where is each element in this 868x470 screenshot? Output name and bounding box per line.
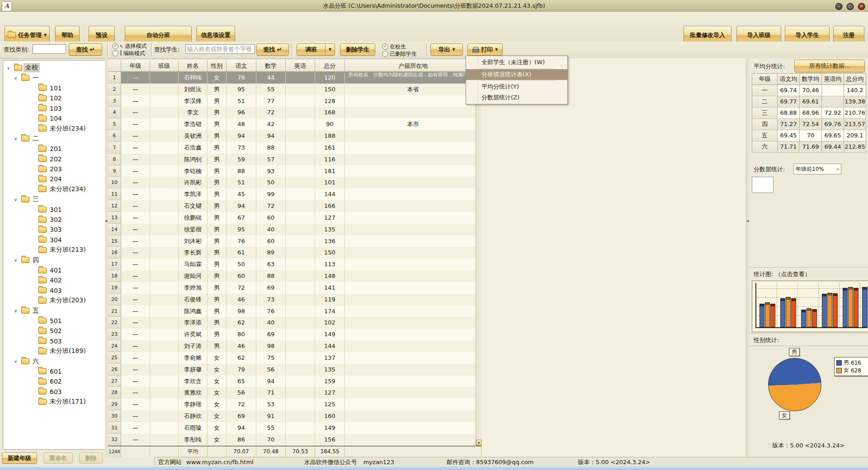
table-row[interactable]: 17—马灿霖男5063113 — [108, 258, 481, 270]
tree-item[interactable]: 202 — [3, 154, 105, 164]
tree-item[interactable]: 304 — [3, 235, 105, 245]
sidebar-disabled-button[interactable]: 删除 — [79, 452, 103, 464]
gender-pie-chart[interactable] — [768, 358, 821, 411]
table-row[interactable]: 10—许凯彬男5150101 — [108, 177, 481, 188]
table-row[interactable]: 15—刘沐彬男7660136 — [108, 235, 481, 247]
table-row[interactable]: 13—徐鹏锐男6760127 — [108, 212, 481, 224]
tree-item[interactable]: 403 — [3, 286, 105, 296]
all-stats-button[interactable]: 所有统计数据... — [794, 60, 865, 72]
tree-item[interactable]: 未分班(171) — [3, 397, 105, 407]
table-row[interactable]: 16—李长辉男6189150 — [108, 247, 481, 258]
expand-arrow-icon[interactable]: ∨ — [7, 66, 14, 70]
find-category-button[interactable]: 查找 ↵ — [69, 43, 102, 56]
tree-item[interactable]: ∨三 — [3, 194, 105, 204]
table-row[interactable]: 21—陈鸿鑫男9876174 — [108, 306, 481, 317]
tree-item[interactable]: 未分班(189) — [3, 346, 105, 356]
tree-item[interactable]: 301 — [3, 204, 105, 214]
tree-item[interactable]: 未分班(213) — [3, 245, 105, 255]
edit-mode-radio[interactable]: I 编辑模式 — [112, 50, 146, 57]
expand-arrow-icon[interactable]: ∨ — [14, 75, 21, 80]
close-button[interactable]: ✕ — [857, 2, 866, 11]
table-row[interactable]: 25—李俞烯女6275137 — [108, 352, 481, 364]
expand-arrow-icon[interactable]: ∨ — [14, 136, 21, 141]
tree-item[interactable]: 503 — [3, 336, 105, 346]
table-row[interactable]: 23—许奕斌男8069149 — [108, 329, 481, 340]
tree-item[interactable]: 502 — [3, 326, 105, 336]
table-vertical-scrollbar[interactable]: ▲ ▼ — [476, 72, 482, 446]
active-students-radio[interactable]: 在校生 — [382, 43, 417, 50]
table-row[interactable]: 5—李浩锴男484290本市 — [108, 118, 481, 130]
tree-item[interactable]: ∨一 — [3, 73, 105, 83]
table-row[interactable]: 4—李文男9672168 — [108, 107, 481, 118]
tree-item[interactable]: ∨四 — [3, 255, 105, 265]
tree-item[interactable]: 未分班(234) — [3, 123, 105, 133]
print-button[interactable]: 打印 ▼ — [467, 43, 503, 56]
table-row[interactable]: 20—石俊锋男4673119 — [108, 294, 481, 306]
tree-item[interactable]: 302 — [3, 215, 105, 225]
table-row[interactable]: 29—李静瑶女7253125 — [108, 399, 481, 410]
tree-item[interactable]: 603 — [3, 387, 105, 397]
table-row[interactable]: 18—谢灿河男6088148 — [108, 270, 481, 282]
table-row[interactable]: 26—李妍馨女7956135 — [108, 364, 481, 376]
tree-item[interactable]: 102 — [3, 93, 105, 103]
table-row[interactable]: 11—李凯泽男4599144 — [108, 188, 481, 200]
select-mode-radio[interactable]: ↖ 选择模式 — [112, 42, 146, 50]
table-row[interactable]: 2—刘煜沅男9555150本省 — [108, 84, 481, 95]
transfer-class-dropdown-button[interactable]: ▼ — [325, 43, 335, 56]
site-url[interactable]: www.myzan.cn/fb.html — [186, 459, 254, 465]
table-row[interactable]: 9—李铠楠男8893181 — [108, 165, 481, 177]
table-row[interactable]: 3—李淏烽男5177128 — [108, 95, 481, 107]
score-layer-select[interactable]: 年级前10% ∨ — [793, 164, 841, 174]
expand-arrow-icon[interactable]: ∨ — [14, 197, 21, 202]
transfer-class-button[interactable]: 调班 — [297, 43, 326, 56]
tree-item[interactable]: 101 — [3, 83, 105, 93]
delete-student-button[interactable]: 删除学生 — [340, 43, 375, 56]
tree-item[interactable]: 103 — [3, 103, 105, 113]
tree-item[interactable]: ∨五 — [3, 306, 105, 315]
table-row[interactable]: 7—石浩鑫男7388161 — [108, 142, 481, 154]
tree-item[interactable]: ∨二 — [3, 134, 105, 144]
table-row[interactable]: 30—石静欣女6991160 — [108, 410, 481, 422]
expand-arrow-icon[interactable]: ∨ — [14, 258, 21, 263]
find-category-input[interactable] — [33, 44, 66, 54]
tree-item[interactable]: 104 — [3, 113, 105, 123]
table-row[interactable]: 24—刘子涛男4698144 — [108, 340, 481, 352]
table-row[interactable]: 1—石梓纯女7644120所有姓名、分数均为随机虚拟生成，如有雷同，纯属巧合。 — [108, 72, 481, 84]
tree-item[interactable]: 204 — [3, 174, 105, 184]
table-row[interactable]: 31—石雨璇女9455149 — [108, 422, 481, 434]
tree-item[interactable]: 未分班(234) — [3, 184, 105, 194]
tree-item[interactable]: 402 — [3, 275, 105, 285]
tree-item[interactable]: 201 — [3, 144, 105, 154]
tree-item[interactable]: 602 — [3, 376, 105, 386]
find-student-input[interactable] — [185, 44, 255, 54]
tree-item[interactable]: ∨全校 — [3, 63, 105, 73]
table-row[interactable]: 14—徐坚楷男9540135 — [108, 224, 481, 235]
minimize-button[interactable]: – — [834, 2, 844, 11]
tree-item[interactable]: 203 — [3, 164, 105, 174]
email-address[interactable]: 85937609@qq.com — [476, 459, 534, 465]
table-row[interactable]: 19—李烨旭男7269141 — [108, 282, 481, 294]
tree-item[interactable]: 601 — [3, 367, 105, 376]
export-button[interactable]: 导出 ▼ — [430, 43, 463, 56]
tree-item[interactable]: 501 — [3, 316, 105, 326]
sidebar-new-grade-button[interactable]: 新建年级 — [2, 452, 37, 464]
table-row[interactable]: 28—黄雅欣女5671127 — [108, 387, 481, 399]
table-row[interactable]: 32—李彤纯女8670156 — [108, 434, 481, 446]
table-row[interactable]: 22—李泽添男6240102 — [108, 317, 481, 329]
scroll-down-icon[interactable]: ▼ — [476, 440, 481, 446]
find-student-button[interactable]: 查找 ↵ — [256, 43, 289, 56]
deleted-students-radio[interactable]: 已删除学生 — [382, 50, 417, 57]
expand-arrow-icon[interactable]: ∨ — [14, 359, 21, 364]
print-menu-item[interactable]: 分数层统计(Z) — [466, 92, 567, 103]
tree-item[interactable]: ∨六 — [3, 356, 105, 366]
table-row[interactable]: 27—李欣含女6594159 — [108, 376, 481, 387]
expand-arrow-icon[interactable]: ∨ — [14, 308, 21, 313]
print-menu-item[interactable]: 分班情况统计表(X) — [466, 69, 567, 80]
print-menu-item[interactable]: 全部学生（未注册）(W) — [466, 57, 567, 68]
tree-item[interactable]: 未分班(203) — [3, 296, 105, 306]
maximize-button[interactable]: ▢ — [845, 2, 855, 11]
table-row[interactable]: 12—石文键男9472166 — [108, 200, 481, 212]
print-menu-item[interactable]: 平均分统计(Y) — [466, 81, 567, 92]
grade-bar-chart[interactable] — [752, 281, 868, 332]
tree-item[interactable]: 401 — [3, 265, 105, 275]
